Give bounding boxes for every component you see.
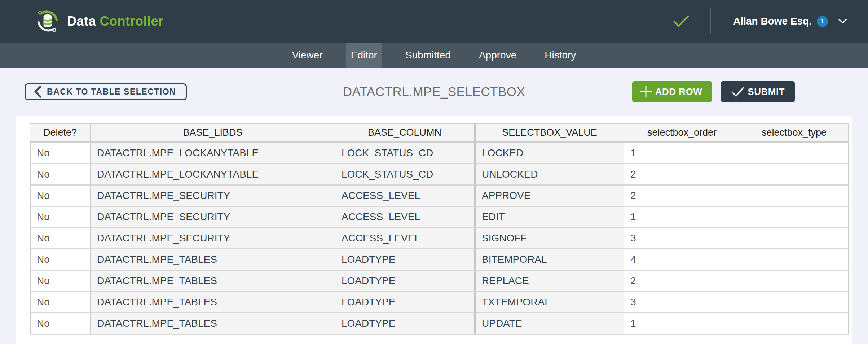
back-to-table-selection-button[interactable]: BACK TO TABLE SELECTION [25,83,187,100]
cell-selectbox-type[interactable] [740,186,849,207]
cell-selectbox-order[interactable]: 3 [624,228,740,249]
cell-delete[interactable]: No [30,207,91,228]
grid-body: No DATACTRL.MPE_LOCKANYTABLE LOCK_STATUS… [30,143,849,335]
cell-delete[interactable]: No [30,313,91,335]
tab-history[interactable]: History [540,43,581,68]
toolbar: BACK TO TABLE SELECTION DATACTRL.MPE_SEL… [0,68,868,116]
tab-approve[interactable]: Approve [474,43,521,68]
cell-delete[interactable]: No [30,249,91,271]
cell-selectbox-order[interactable]: 2 [624,186,740,207]
tab-submitted[interactable]: Submitted [401,43,455,68]
table-row: No DATACTRL.MPE_LOCKANYTABLE LOCK_STATUS… [30,164,849,186]
add-row-button[interactable]: ADD ROW [632,81,713,102]
grid-header: Delete? BASE_LIBDS BASE_COLUMN SELECTBOX… [30,123,849,143]
table-row: No DATACTRL.MPE_TABLES LOADTYPE TXTEMPOR… [30,292,849,313]
submit-button[interactable]: SUBMIT [721,81,795,102]
column-header-base-column: BASE_COLUMN [335,123,476,143]
tab-viewer[interactable]: Viewer [287,43,327,68]
page-title: DATACTRL.MPE_SELECTBOX [343,84,525,99]
cell-delete[interactable]: No [30,164,91,186]
cell-selectbox-type[interactable] [740,228,849,249]
table-row: No DATACTRL.MPE_TABLES LOADTYPE REPLACE … [30,271,849,292]
cell-base-column[interactable]: LOADTYPE [335,271,476,292]
cell-base-column[interactable]: ACCESS_LEVEL [335,186,476,207]
cell-delete[interactable]: No [30,228,91,249]
cell-selectbox-order[interactable]: 1 [624,143,740,164]
editor-grid-card: Delete? BASE_LIBDS BASE_COLUMN SELECTBOX… [16,116,852,344]
column-header-selectbox-order: selectbox_order [624,123,740,143]
notification-badge: 1 [817,16,828,27]
table-row: No DATACTRL.MPE_SECURITY ACCESS_LEVEL ED… [30,207,849,228]
database-sync-icon [35,9,60,34]
cell-selectbox-order[interactable]: 3 [624,292,740,313]
toolbar-actions: ADD ROW SUBMIT [632,81,795,102]
user-menu[interactable]: Allan Bowe Esq. 1 [733,16,847,27]
cell-selectbox-value[interactable]: UNLOCKED [476,164,624,186]
cell-base-libds[interactable]: DATACTRL.MPE_LOCKANYTABLE [91,164,335,186]
tab-editor[interactable]: Editor [346,43,382,68]
cell-selectbox-value[interactable]: BITEMPORAL [476,249,624,271]
cell-selectbox-order[interactable]: 1 [624,207,740,228]
cell-selectbox-value[interactable]: REPLACE [476,271,624,292]
cell-base-libds[interactable]: DATACTRL.MPE_TABLES [91,249,335,271]
cell-base-column[interactable]: LOCK_STATUS_CD [335,143,476,164]
cell-selectbox-value[interactable]: EDIT [476,207,624,228]
editor-grid: Delete? BASE_LIBDS BASE_COLUMN SELECTBOX… [30,123,849,335]
brand-logo: Data Controller [35,9,164,34]
column-header-selectbox-type: selectbox_type [740,123,849,143]
cell-delete[interactable]: No [30,271,91,292]
table-row: No DATACTRL.MPE_SECURITY ACCESS_LEVEL AP… [30,186,849,207]
cell-selectbox-value[interactable]: SIGNOFF [476,228,624,249]
cell-base-libds[interactable]: DATACTRL.MPE_SECURITY [91,207,335,228]
cell-selectbox-value[interactable]: TXTEMPORAL [476,292,624,313]
plus-icon [639,85,652,98]
cell-base-column[interactable]: LOADTYPE [335,292,476,313]
cell-base-column[interactable]: LOADTYPE [335,313,476,335]
cell-base-column[interactable]: ACCESS_LEVEL [335,228,476,249]
cell-selectbox-type[interactable] [740,249,849,271]
chevron-down-icon[interactable] [838,18,847,24]
cell-selectbox-order[interactable]: 1 [624,313,740,335]
cell-selectbox-type[interactable] [740,207,849,228]
divider [710,8,711,34]
top-bar: Data Controller Allan Bowe Esq. 1 [0,0,868,43]
cell-selectbox-value[interactable]: APPROVE [476,186,624,207]
cell-delete[interactable]: No [30,143,91,164]
cell-selectbox-type[interactable] [740,271,849,292]
cell-base-libds[interactable]: DATACTRL.MPE_SECURITY [91,186,335,207]
cell-selectbox-type[interactable] [740,164,849,186]
cell-base-libds[interactable]: DATACTRL.MPE_LOCKANYTABLE [91,143,335,164]
cell-base-libds[interactable]: DATACTRL.MPE_TABLES [91,271,335,292]
cell-selectbox-type[interactable] [740,292,849,313]
cell-base-column[interactable]: ACCESS_LEVEL [335,207,476,228]
cell-delete[interactable]: No [30,292,91,313]
cell-base-libds[interactable]: DATACTRL.MPE_SECURITY [91,228,335,249]
cell-selectbox-order[interactable]: 2 [624,271,740,292]
cell-base-libds[interactable]: DATACTRL.MPE_TABLES [91,313,335,335]
brand-name: Data Controller [67,14,164,29]
table-row: No DATACTRL.MPE_LOCKANYTABLE LOCK_STATUS… [30,143,849,164]
cell-selectbox-value[interactable]: LOCKED [476,143,624,164]
cell-base-libds[interactable]: DATACTRL.MPE_TABLES [91,292,335,313]
user-name: Allan Bowe Esq. [733,16,812,27]
cell-delete[interactable]: No [30,186,91,207]
check-icon [673,15,689,27]
cell-base-column[interactable]: LOCK_STATUS_CD [335,164,476,186]
cell-selectbox-order[interactable]: 4 [624,249,740,271]
table-row: No DATACTRL.MPE_SECURITY ACCESS_LEVEL SI… [30,228,849,249]
header-row: Delete? BASE_LIBDS BASE_COLUMN SELECTBOX… [30,123,849,143]
column-header-selectbox-value: SELECTBOX_VALUE [476,123,624,143]
column-header-base-libds: BASE_LIBDS [91,123,335,143]
chevron-left-icon [34,86,41,98]
table-row: No DATACTRL.MPE_TABLES LOADTYPE BITEMPOR… [30,249,849,271]
cell-selectbox-type[interactable] [740,313,849,335]
cell-selectbox-order[interactable]: 2 [624,164,740,186]
column-header-delete-: Delete? [30,123,91,143]
check-icon [731,86,745,97]
main-nav: Viewer Editor Submitted Approve History [0,43,868,68]
cell-base-column[interactable]: LOADTYPE [335,249,476,271]
cell-selectbox-type[interactable] [740,143,849,164]
cell-selectbox-value[interactable]: UPDATE [476,313,624,335]
table-row: No DATACTRL.MPE_TABLES LOADTYPE UPDATE 1 [30,313,849,335]
